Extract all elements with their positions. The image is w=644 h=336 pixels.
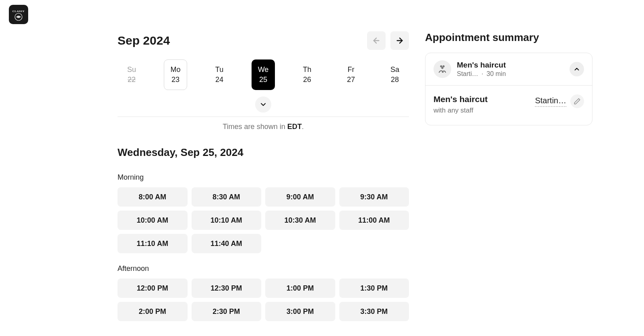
time-slot[interactable]: 10:10 AM <box>192 211 262 230</box>
day-number: 26 <box>303 76 311 84</box>
summary-service-name: Men's haircut <box>457 61 564 70</box>
day-of-week: Mo <box>170 66 180 74</box>
time-slot[interactable]: 12:00 PM <box>118 279 188 298</box>
time-slot[interactable]: 3:30 PM <box>339 302 409 321</box>
svg-point-5 <box>441 66 442 67</box>
chevron-up-icon <box>573 66 580 73</box>
summary-line-name: Men's haircut <box>433 94 488 104</box>
time-slot[interactable]: 1:30 PM <box>339 279 409 298</box>
time-slot[interactable]: 10:30 AM <box>265 211 335 230</box>
day-number: 28 <box>391 76 399 84</box>
svg-text:CLASSY: CLASSY <box>12 10 25 13</box>
day-of-week: We <box>258 66 269 74</box>
morning-label: Morning <box>118 173 409 182</box>
month-title: Sep 2024 <box>118 34 170 47</box>
day-cell-28[interactable]: Sa28 <box>383 59 407 90</box>
selected-date-title: Wednesday, Sep 25, 2024 <box>118 146 409 159</box>
day-cell-22: Su22 <box>120 59 143 90</box>
svg-rect-0 <box>10 6 27 23</box>
people-icon <box>433 60 451 78</box>
prev-week-button <box>367 31 386 50</box>
summary-line-staff: with any staff <box>433 107 488 115</box>
time-slot[interactable]: 10:00 AM <box>118 211 188 230</box>
next-week-button[interactable] <box>390 31 409 50</box>
summary-card: Men's haircut Starti… · 30 min Men's hai… <box>425 53 592 125</box>
day-cell-25[interactable]: We25 <box>252 59 275 90</box>
day-cell-27[interactable]: Fr27 <box>339 59 363 90</box>
day-of-week: Th <box>303 66 311 74</box>
afternoon-label: Afternoon <box>118 264 409 273</box>
day-of-week: Su <box>127 66 136 74</box>
day-of-week: Tu <box>215 66 223 74</box>
summary-service-subtitle: Starti… · 30 min <box>457 70 564 78</box>
time-slot[interactable]: 12:30 PM <box>192 279 262 298</box>
day-cell-23[interactable]: Mo23 <box>164 59 187 90</box>
time-slot[interactable]: 11:10 AM <box>118 234 188 253</box>
time-slot[interactable]: 8:30 AM <box>192 187 262 207</box>
day-number: 23 <box>171 76 180 84</box>
time-slot[interactable]: 11:00 AM <box>339 211 409 230</box>
edit-service-button[interactable] <box>570 94 584 108</box>
timezone-note: Times are shown in EDT. <box>118 123 409 131</box>
chevron-down-icon <box>259 100 267 109</box>
summary-line-price: Startin… <box>535 96 566 107</box>
time-slot[interactable]: 11:40 AM <box>192 234 262 253</box>
time-slot[interactable]: 3:00 PM <box>265 302 335 321</box>
time-slot[interactable]: 1:00 PM <box>265 279 335 298</box>
business-logo: CLASSY <box>9 5 28 24</box>
time-slot[interactable]: 9:30 AM <box>339 187 409 207</box>
arrow-left-icon <box>372 36 381 45</box>
collapse-summary-button[interactable] <box>570 62 584 76</box>
day-number: 24 <box>215 76 223 84</box>
svg-point-7 <box>442 68 443 69</box>
arrow-right-icon <box>395 36 404 45</box>
day-of-week: Sa <box>390 66 399 74</box>
day-cell-24[interactable]: Tu24 <box>208 59 231 90</box>
expand-calendar-button[interactable] <box>255 96 271 113</box>
day-of-week: Fr <box>348 66 355 74</box>
day-number: 25 <box>259 76 267 84</box>
day-cell-26[interactable]: Th26 <box>295 59 319 90</box>
time-slot[interactable]: 2:00 PM <box>118 302 188 321</box>
day-number: 22 <box>128 76 136 84</box>
day-number: 27 <box>347 76 355 84</box>
time-slot[interactable]: 8:00 AM <box>118 187 188 207</box>
time-slot[interactable]: 9:00 AM <box>265 187 335 207</box>
svg-point-6 <box>443 66 444 67</box>
summary-title: Appointment summary <box>425 31 592 44</box>
pencil-icon <box>574 98 581 105</box>
time-slot[interactable]: 2:30 PM <box>192 302 262 321</box>
